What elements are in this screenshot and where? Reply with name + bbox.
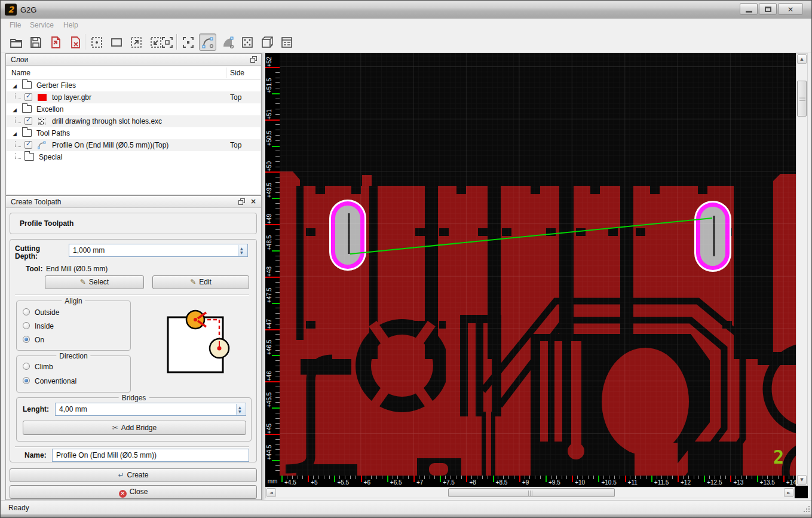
save-button[interactable] [27, 33, 44, 51]
radio-inside-label[interactable]: Inside [35, 322, 54, 330]
zoom-selection-button[interactable] [158, 33, 176, 51]
tree-row-drill-file[interactable]: ✓ drill drawing through slot holes.exc [7, 115, 261, 127]
panel-close-icon[interactable]: × [249, 197, 258, 206]
select-tool-button[interactable]: ✎Select [45, 275, 144, 289]
cutting-depth-field[interactable]: 1,000 mm ▲▼ [69, 244, 248, 257]
ruler-tick [440, 476, 441, 482]
radio-outside-label[interactable]: Outside [35, 308, 59, 317]
import-gerber-button[interactable] [47, 33, 64, 51]
radio-climb-label[interactable]: Climb [35, 363, 53, 371]
bridges-group: Bridges Lenght: 4,00 mm ▲▼ ✂Add Bridge [16, 397, 252, 442]
layer-checkbox[interactable]: ✓ [24, 141, 32, 149]
close-file-button[interactable] [66, 33, 84, 51]
tree-elbow [15, 93, 21, 99]
import-gerber-icon [49, 36, 62, 49]
tree-row-tool-paths[interactable]: ◢ Tool Paths [7, 127, 261, 139]
ruler-tick [308, 476, 309, 482]
select-region-button[interactable] [179, 33, 197, 51]
tree-elbow [15, 141, 21, 147]
menu-help[interactable]: Help [63, 21, 78, 29]
menu-file[interactable]: File [10, 21, 21, 29]
create-panel-titlebar[interactable]: Create Toolpath × [6, 196, 261, 208]
radio-climb[interactable] [23, 363, 30, 370]
titlebar[interactable]: 2 G2G ✕ [1, 1, 812, 19]
ruler-tick [493, 476, 494, 482]
horizontal-scroll-thumb[interactable] [448, 488, 615, 497]
close-button[interactable]: ✕ [778, 3, 803, 15]
radio-conventional[interactable] [23, 377, 30, 384]
layer-color-swatch[interactable] [38, 94, 47, 101]
vertical-scroll-thumb[interactable] [797, 81, 807, 117]
close-toolpath-button[interactable]: ✕Close [10, 485, 257, 499]
pencil-icon: ✎ [190, 278, 196, 286]
tree-row-profile-toolpath[interactable]: ✓ Profile On (End Mill (Ø0.5 mm))(Top) T… [7, 139, 261, 151]
zoom-fit-button[interactable] [88, 33, 105, 51]
tree-label[interactable]: top layer.gbr [52, 93, 91, 102]
expander-icon[interactable]: ◢ [13, 107, 17, 113]
tree-row-gerber-files[interactable]: ◢ Gerber Files [7, 79, 261, 91]
ruler-label: +9.5 [549, 479, 560, 486]
vertical-scrollbar[interactable]: ▲ ▼ [796, 53, 808, 486]
layer-checkbox[interactable]: ✓ [24, 117, 32, 125]
scroll-left-icon[interactable]: ◄ [266, 488, 276, 497]
layers-panel: Слои Name Side ◢ Gerber Files ✓ [5, 53, 262, 195]
tree-header[interactable]: Name Side [7, 66, 261, 79]
layer-checkbox[interactable]: ✓ [24, 93, 32, 101]
board-3d-button[interactable] [258, 33, 275, 51]
separator [15, 446, 249, 447]
radio-on-label[interactable]: On [35, 336, 44, 344]
radio-conventional-label[interactable]: Conventional [35, 377, 76, 385]
tree-label[interactable]: Tool Paths [36, 129, 70, 137]
name-field[interactable]: Profile On (End Mill (Ø0.5 mm)) [52, 449, 249, 462]
tree-label[interactable]: Excellon [36, 105, 63, 114]
radio-outside[interactable] [23, 308, 30, 315]
tree-row-special[interactable]: Special [7, 151, 261, 163]
menu-service[interactable]: Service [30, 21, 54, 29]
minimize-button[interactable] [740, 3, 758, 15]
open-button[interactable] [7, 33, 24, 51]
zoom-window-icon [110, 36, 123, 49]
properties-button[interactable] [278, 33, 295, 51]
column-side[interactable]: Side [230, 69, 244, 77]
edit-tool-button[interactable]: ✎Edit [152, 275, 249, 289]
spinner[interactable]: ▲▼ [238, 245, 247, 256]
hud-digit: 2 [773, 446, 783, 468]
ruler-tick [272, 460, 280, 461]
radio-inside[interactable] [23, 322, 30, 329]
zoom-in-button[interactable] [127, 33, 145, 51]
scroll-down-icon[interactable]: ▼ [797, 475, 807, 485]
float-icon[interactable] [238, 198, 246, 206]
scroll-up-icon[interactable]: ▲ [797, 54, 807, 64]
tree-elbow [15, 117, 21, 123]
tree-label[interactable]: Gerber Files [36, 81, 76, 90]
pocket-tool-icon [221, 36, 234, 49]
tree-row-top-layer[interactable]: ✓ top layer.gbr Top [7, 91, 261, 103]
create-button[interactable]: ↵Create [10, 468, 257, 482]
column-name[interactable]: Name [11, 69, 30, 77]
expander-icon[interactable]: ◢ [13, 83, 17, 89]
ruler-tick [519, 476, 520, 482]
profile-tool-button[interactable] [199, 33, 216, 51]
tree-row-excellon[interactable]: ◢ Excellon [7, 103, 261, 115]
drill-tool-button[interactable] [238, 33, 256, 51]
resize-grip[interactable] [803, 505, 810, 513]
tree-label[interactable]: Special [39, 153, 62, 161]
float-icon[interactable] [250, 56, 258, 63]
zoom-window-button[interactable] [108, 33, 125, 51]
column-separator[interactable] [226, 68, 226, 78]
pcb-canvas[interactable] [280, 53, 796, 476]
ruler-label: +7 [416, 479, 423, 486]
layers-panel-titlebar[interactable]: Слои [6, 54, 261, 66]
tree-label[interactable]: Profile On (End Mill (Ø0.5 mm))(Top) [52, 141, 168, 149]
add-bridge-button[interactable]: ✂Add Bridge [23, 421, 246, 435]
radio-on[interactable] [23, 336, 30, 343]
maximize-button[interactable] [759, 3, 777, 15]
horizontal-scrollbar[interactable]: ◄ ► [265, 487, 795, 498]
scroll-right-icon[interactable]: ► [784, 488, 793, 497]
length-field[interactable]: 4,00 mm ▲▼ [55, 403, 246, 416]
spinner[interactable]: ▲▼ [236, 404, 245, 415]
tree-label[interactable]: drill drawing through slot holes.exc [52, 117, 162, 125]
expander-icon[interactable]: ◢ [13, 131, 17, 137]
layers-tree: Name Side ◢ Gerber Files ✓ top layer.gbr… [7, 66, 261, 194]
pocket-tool-button[interactable] [219, 33, 236, 51]
